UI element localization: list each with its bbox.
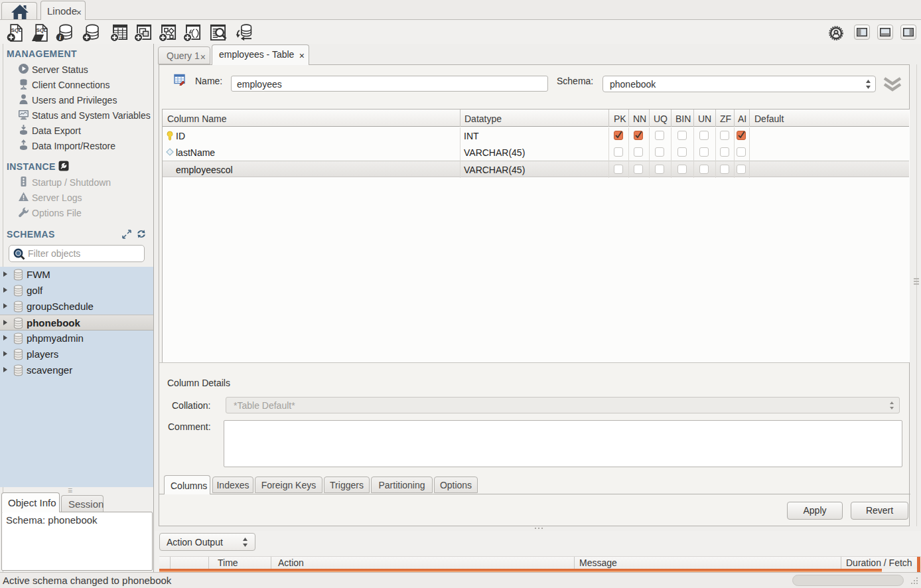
svg-text:SQL: SQL [11,27,22,33]
svg-text:SQL: SQL [36,27,47,33]
svg-text:i: i [59,33,61,41]
